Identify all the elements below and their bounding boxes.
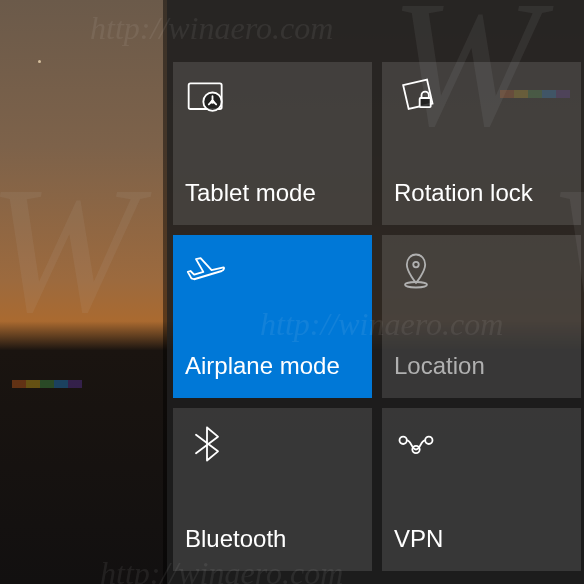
tile-bluetooth[interactable]: Bluetooth [173, 408, 372, 571]
airplane-icon [185, 249, 229, 293]
tile-rotation-lock[interactable]: Rotation lock [382, 62, 581, 225]
tile-label: Bluetooth [185, 525, 360, 553]
svg-point-7 [425, 437, 432, 444]
tablet-mode-icon [185, 76, 229, 120]
svg-rect-3 [420, 98, 431, 107]
watermark-stripes [12, 380, 82, 388]
tile-label: Location [394, 352, 569, 380]
svg-point-2 [210, 100, 214, 104]
tile-vpn[interactable]: VPN [382, 408, 581, 571]
location-icon [394, 249, 438, 293]
quick-action-tiles: Tablet mode Rotation lock Airplane mode [173, 62, 584, 584]
svg-point-4 [413, 262, 419, 268]
tile-label: Airplane mode [185, 352, 360, 380]
tile-airplane-mode[interactable]: Airplane mode [173, 235, 372, 398]
tile-label: VPN [394, 525, 569, 553]
tile-tablet-mode[interactable]: Tablet mode [173, 62, 372, 225]
tile-label: Rotation lock [394, 179, 569, 207]
tile-location[interactable]: Location [382, 235, 581, 398]
svg-point-6 [400, 437, 407, 444]
decorative-dot [38, 60, 41, 63]
rotation-lock-icon [394, 76, 438, 120]
bluetooth-icon [185, 422, 229, 466]
tile-label: Tablet mode [185, 179, 360, 207]
svg-point-5 [405, 282, 427, 288]
vpn-icon [394, 422, 438, 466]
